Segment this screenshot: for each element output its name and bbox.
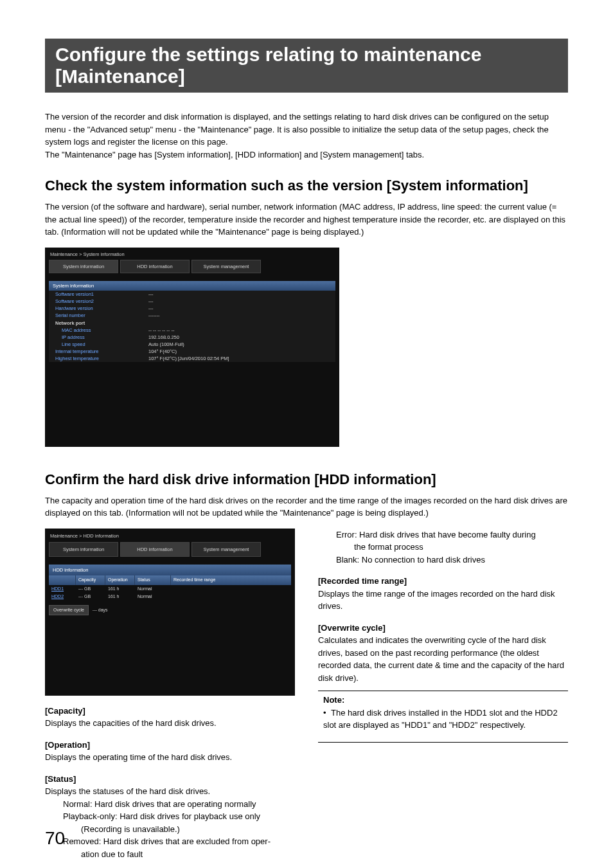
ss1-panel-title: System information xyxy=(49,281,335,291)
ss1-breadcrumb: Maintenance > System information xyxy=(49,251,335,257)
ss1-net-value: -- -- -- -- -- -- xyxy=(148,327,174,333)
section1-heading: Check the system information such as the… xyxy=(45,177,568,194)
ss1-row-value: --- xyxy=(148,305,154,311)
ss2-tab-system-info[interactable]: System information xyxy=(49,542,118,557)
ss2-td-range xyxy=(171,585,176,593)
ss2-td-operation: 161 h xyxy=(105,593,135,601)
ss2-td-range xyxy=(171,593,176,601)
ss1-row-value: --- xyxy=(148,291,154,297)
ss2-th-recorded: Recorded time range xyxy=(171,575,291,585)
status-playback-b: (Recording is unavailable.) xyxy=(45,823,295,836)
screenshot-hdd-information: Maintenance > HDD information System inf… xyxy=(45,529,295,696)
table-row: HDD1 --- GB 161 h Normal xyxy=(49,585,291,593)
ss1-row-label: Serial number xyxy=(49,312,148,319)
ss1-temp-label: Highest temperature xyxy=(49,355,148,362)
ss1-row-label: Hardware version xyxy=(49,305,148,312)
ss1-network-head: Network port xyxy=(49,319,335,327)
ss1-temp-value: 104° F(40°C) xyxy=(148,348,177,354)
ss2-th-status: Status xyxy=(135,575,171,585)
note-body: •The hard disk drives installed in the H… xyxy=(318,707,568,736)
note-divider-top xyxy=(318,691,568,691)
ss1-temp-label: Internal temperature xyxy=(49,348,148,355)
status-error-a: Error: Hard disk drives that have become… xyxy=(318,529,568,541)
ss2-hdd-link[interactable]: HDD2 xyxy=(49,593,76,601)
ss2-td-status: Normal xyxy=(135,585,171,593)
status-normal: Normal: Hard disk drives that are operat… xyxy=(45,798,295,811)
note-heading: Note: xyxy=(318,694,568,707)
ss2-breadcrumb: Maintenance > HDD information xyxy=(49,532,291,539)
ss2-overwrite-label: Overwrite cycle xyxy=(49,605,89,616)
right-column: Error: Hard disk drives that have become… xyxy=(318,529,568,861)
ss2-table-header: Capacity Operation Status Recorded time … xyxy=(49,575,291,585)
ss1-tab-system-mgmt[interactable]: System management xyxy=(191,260,261,273)
ss1-row-label: Software version2 xyxy=(49,298,148,305)
ss2-tab-hdd-info[interactable]: HDD information xyxy=(120,542,190,557)
ss2-panel-title: HDD information xyxy=(49,565,291,575)
table-row: HDD2 --- GB 161 h Normal xyxy=(49,593,291,601)
ss1-row-label: Software version1 xyxy=(49,291,148,298)
bullet-icon: • xyxy=(323,707,331,719)
section2-heading: Confirm the hard disk drive information … xyxy=(45,471,568,488)
ss2-overwrite-row: Overwrite cycle --- days xyxy=(49,605,291,616)
operation-text: Displays the operating time of the hard … xyxy=(45,751,295,764)
ss2-th-blank xyxy=(49,575,76,585)
ss2-overwrite-value: --- days xyxy=(89,607,108,614)
note-text: The hard disk drives installed in the HD… xyxy=(323,708,558,730)
status-blank: Blank: No connection to hard disk drives xyxy=(318,554,568,566)
screenshot-system-information: Maintenance > System information System … xyxy=(45,248,339,447)
ss2-th-operation: Operation xyxy=(105,575,135,585)
section1-desc: The version (of the software and hardwar… xyxy=(45,201,568,239)
ss1-row-value: ------- xyxy=(148,312,159,318)
intro-text: The version of the recorder and disk inf… xyxy=(45,111,568,161)
ss2-td-capacity: --- GB xyxy=(76,593,105,601)
ss1-net-value: Auto (100M-Full) xyxy=(148,341,184,347)
status-error-b: the format process xyxy=(318,541,568,554)
section2-desc: The capacity and operation time of the h… xyxy=(45,494,568,520)
ss2-td-capacity: --- GB xyxy=(76,585,105,593)
status-removed-b: ation due to fault xyxy=(45,848,295,861)
ss2-td-status: Normal xyxy=(135,593,171,601)
ss1-net-value: 192.168.0.250 xyxy=(148,334,179,340)
ss1-tabs: System information HDD information Syste… xyxy=(49,260,335,273)
ss1-row-value: --- xyxy=(148,298,154,304)
page-number: 70 xyxy=(45,828,65,849)
operation-heading: [Operation] xyxy=(45,739,295,752)
note-divider-bottom xyxy=(318,742,568,743)
ss1-net-label: IP address xyxy=(49,334,148,341)
ss1-tab-system-info[interactable]: System information xyxy=(49,260,118,273)
ss1-net-label: Line speed xyxy=(49,341,148,348)
ss1-temp-value: 107° F(42°C) [Jun/04/2010 02:54 PM] xyxy=(148,356,229,361)
capacity-heading: [Capacity] xyxy=(45,705,295,718)
page-title: Configure the settings relating to maint… xyxy=(45,39,568,93)
ss1-rows: Software version1--- Software version2--… xyxy=(49,291,335,362)
recorded-time-heading: [Recorded time range] xyxy=(318,575,568,588)
left-column: Maintenance > HDD information System inf… xyxy=(45,529,295,861)
status-playback: Playback-only: Hard disk drives for play… xyxy=(45,810,295,823)
overwrite-heading: [Overwrite cycle] xyxy=(318,622,568,635)
status-text: Displays the statuses of the hard disk d… xyxy=(45,785,295,798)
ss2-td-operation: 161 h xyxy=(105,585,135,593)
intro-p1: The version of the recorder and disk inf… xyxy=(45,111,568,149)
overwrite-text: Calculates and indicates the overwriting… xyxy=(318,634,568,684)
ss2-tabs: System information HDD information Syste… xyxy=(49,542,291,557)
ss2-th-capacity: Capacity xyxy=(76,575,105,585)
ss2-tbody: HDD1 --- GB 161 h Normal HDD2 --- GB 161… xyxy=(49,585,291,601)
capacity-text: Displays the capacities of the hard disk… xyxy=(45,717,295,730)
ss1-tab-hdd-info[interactable]: HDD information xyxy=(120,260,190,273)
status-heading: [Status] xyxy=(45,773,295,786)
intro-p2: The "Maintenance" page has [System infor… xyxy=(45,149,568,161)
ss1-net-label: MAC address xyxy=(49,327,148,334)
status-removed-a: Removed: Hard disk drives that are exclu… xyxy=(45,835,295,848)
recorded-time-text: Displays the time range of the images re… xyxy=(318,588,568,613)
ss2-hdd-link[interactable]: HDD1 xyxy=(49,585,76,593)
ss2-tab-system-mgmt[interactable]: System management xyxy=(191,542,261,557)
